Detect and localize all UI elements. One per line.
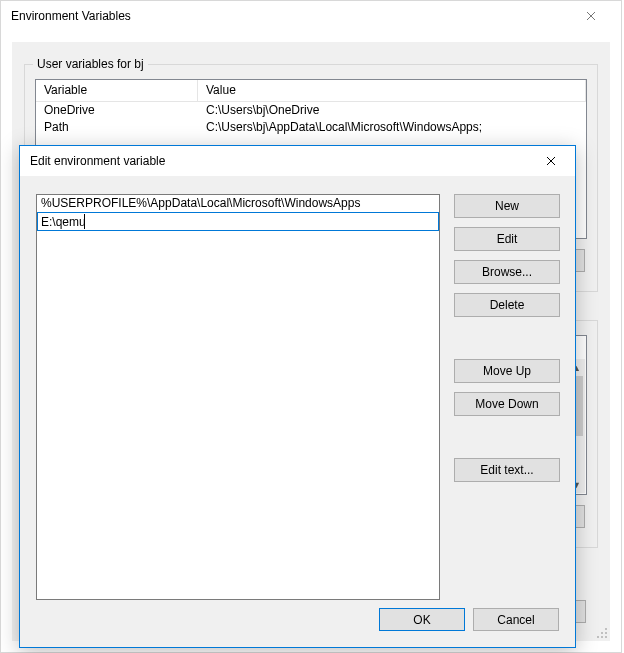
svg-point-3 bbox=[597, 636, 599, 638]
user-variables-rows: OneDrive C:\Users\bj\OneDrive Path C:\Us… bbox=[36, 102, 586, 136]
cell-variable: OneDrive bbox=[36, 102, 198, 119]
delete-button[interactable]: Delete bbox=[454, 293, 560, 317]
browse-button[interactable]: Browse... bbox=[454, 260, 560, 284]
path-edit-input[interactable] bbox=[37, 212, 439, 231]
svg-point-2 bbox=[605, 632, 607, 634]
edit-side-buttons: New Edit Browse... Delete Move Up Move D… bbox=[454, 194, 560, 482]
edit-text-button[interactable]: Edit text... bbox=[454, 458, 560, 482]
table-row[interactable]: Path C:\Users\bj\AppData\Local\Microsoft… bbox=[36, 119, 586, 136]
env-window-title: Environment Variables bbox=[11, 9, 569, 23]
svg-point-5 bbox=[605, 636, 607, 638]
close-icon[interactable] bbox=[529, 146, 573, 176]
user-variables-legend: User variables for bj bbox=[33, 57, 148, 71]
column-header-value[interactable]: Value bbox=[198, 80, 586, 101]
list-item-editing[interactable] bbox=[37, 212, 439, 231]
cancel-button[interactable]: Cancel bbox=[473, 608, 559, 631]
ok-button[interactable]: OK bbox=[379, 608, 465, 631]
env-titlebar: Environment Variables bbox=[1, 1, 621, 31]
table-row[interactable]: OneDrive C:\Users\bj\OneDrive bbox=[36, 102, 586, 119]
svg-point-4 bbox=[601, 636, 603, 638]
move-up-button[interactable]: Move Up bbox=[454, 359, 560, 383]
resize-grip-icon[interactable] bbox=[594, 625, 608, 639]
edit-dialog-buttons: OK Cancel bbox=[379, 608, 559, 631]
edit-body: %USERPROFILE%\AppData\Local\Microsoft\Wi… bbox=[20, 176, 575, 647]
text-caret bbox=[84, 214, 85, 229]
edit-dialog-title: Edit environment variable bbox=[30, 154, 529, 168]
svg-point-0 bbox=[605, 628, 607, 630]
edit-titlebar: Edit environment variable bbox=[20, 146, 575, 176]
table-header: Variable Value bbox=[36, 80, 586, 102]
edit-environment-variable-dialog: Edit environment variable %USERPROFILE%\… bbox=[19, 145, 576, 648]
cell-value: C:\Users\bj\OneDrive bbox=[198, 102, 586, 119]
close-icon[interactable] bbox=[569, 1, 613, 31]
list-item[interactable]: %USERPROFILE%\AppData\Local\Microsoft\Wi… bbox=[37, 195, 439, 212]
cell-variable: Path bbox=[36, 119, 198, 136]
cell-value: C:\Users\bj\AppData\Local\Microsoft\Wind… bbox=[198, 119, 586, 136]
path-entries-list[interactable]: %USERPROFILE%\AppData\Local\Microsoft\Wi… bbox=[36, 194, 440, 600]
column-header-variable[interactable]: Variable bbox=[36, 80, 198, 101]
new-button[interactable]: New bbox=[454, 194, 560, 218]
move-down-button[interactable]: Move Down bbox=[454, 392, 560, 416]
edit-button[interactable]: Edit bbox=[454, 227, 560, 251]
svg-point-1 bbox=[601, 632, 603, 634]
